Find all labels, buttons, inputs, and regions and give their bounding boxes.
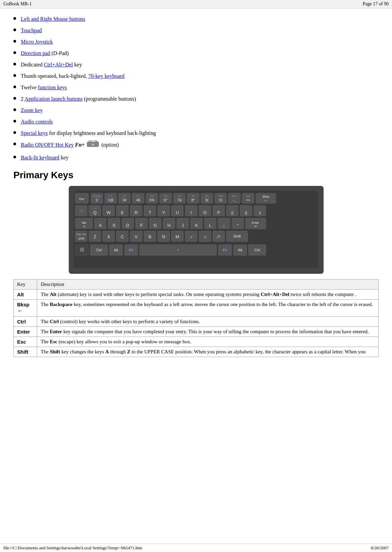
link-zoom-key[interactable]: Zoom key xyxy=(21,107,43,113)
svg-text:++: ++ xyxy=(93,207,96,210)
radio-icon: A xyxy=(87,141,99,150)
keyboard-svg: Esc F1/help 1! F2 2@ F3 3# F4 4$ xyxy=(73,191,318,268)
svg-text:H: H xyxy=(167,223,170,228)
svg-text:B: B xyxy=(148,234,151,239)
bullet-dot xyxy=(13,40,16,43)
svg-text:L: L xyxy=(209,223,211,228)
key-table: Key Description Alt The Alt (alternate) … xyxy=(13,279,379,357)
bullet-dot xyxy=(13,120,16,122)
link-left-right-mouse[interactable]: Left and Right Mouse buttons xyxy=(21,16,85,22)
svg-text:1!: 1! xyxy=(95,198,98,202)
svg-text:0): 0) xyxy=(219,198,222,202)
svg-text:Fn: Fn xyxy=(129,248,133,252)
svg-text:;:: ;: xyxy=(223,223,225,228)
svg-text:6^: 6^ xyxy=(164,198,168,202)
bullet-dot xyxy=(13,51,16,54)
svg-text:N: N xyxy=(162,234,165,239)
link-micro-joystick[interactable]: Micro Joystick xyxy=(21,39,53,45)
list-item-function-keys: Twelve function keys xyxy=(13,84,379,92)
svg-text:Ctrl: Ctrl xyxy=(254,248,260,252)
svg-text:\|: \| xyxy=(259,211,261,215)
svg-text:A: A xyxy=(99,223,102,228)
table-row: Shift The Shift key changes the keys A t… xyxy=(14,347,379,357)
bullet-dot xyxy=(13,97,16,100)
svg-text:C: C xyxy=(121,234,124,239)
svg-text:8*: 8* xyxy=(191,198,195,202)
svg-text:⊞: ⊞ xyxy=(79,247,84,252)
svg-text:F: F xyxy=(140,223,143,228)
key-cell-alt: Alt xyxy=(14,290,37,300)
col-header-key: Key xyxy=(14,280,37,290)
link-function-keys[interactable]: function keys xyxy=(38,85,67,90)
svg-text:,<: ,< xyxy=(189,235,192,239)
main-content: Left and Right Mouse buttons Touchpad Mi… xyxy=(0,8,392,364)
svg-text:J: J xyxy=(181,223,184,228)
link-touchpad[interactable]: Touchpad xyxy=(21,28,42,33)
svg-text:-_: -_ xyxy=(233,198,236,202)
desc-cell-enter: The Enter key signals the computer that … xyxy=(37,327,379,337)
svg-text:'": '" xyxy=(236,223,238,228)
link-direction-pad[interactable]: Direction pad xyxy=(21,50,50,56)
svg-text:F9: F9 xyxy=(205,195,208,197)
svg-text:P: P xyxy=(217,210,220,215)
bullet-dot xyxy=(13,17,16,20)
table-row: Enter The Enter key signals the computer… xyxy=(14,327,379,337)
link-audio-controls[interactable]: Audio controls xyxy=(21,119,53,124)
svg-text:F1/help: F1/help xyxy=(93,195,101,198)
svg-text:.>: .> xyxy=(203,235,206,239)
svg-text:F5: F5 xyxy=(150,195,153,197)
bullet-dot xyxy=(13,131,16,134)
svg-text:W: W xyxy=(106,210,111,215)
svg-text:S: S xyxy=(112,223,115,228)
svg-text:F4: F4 xyxy=(136,195,139,197)
table-row: Esc The Esc (escape) key allows you to e… xyxy=(14,337,379,347)
link-radio-hotkey[interactable]: Radio ON/OFF Hot Key xyxy=(21,142,74,148)
svg-text:`~: `~ xyxy=(79,209,82,213)
svg-text:G: G xyxy=(153,223,157,228)
link-70-key-keyboard[interactable]: 70-key keyboard xyxy=(88,73,124,79)
list-item-70-key-keyboard: Thumb operated, back-lighted, 70-key key… xyxy=(13,72,379,80)
key-cell-shift: Shift xyxy=(14,347,37,357)
footer-bar: file://C:\Documents and Settings\harwood… xyxy=(0,544,392,552)
link-app-launch[interactable]: Application launch buttons xyxy=(24,96,82,102)
svg-text:/?: /? xyxy=(217,235,220,239)
desc-cell-shift: The Shift key changes the keys A through… xyxy=(37,347,379,357)
svg-text:Q: Q xyxy=(93,210,96,215)
svg-text:9(: 9( xyxy=(205,198,209,202)
svg-text:Shift: Shift xyxy=(233,234,240,238)
link-ctrl-alt-del[interactable]: Ctrl+Alt+Del xyxy=(44,62,73,67)
svg-text:I: I xyxy=(190,210,192,215)
svg-text:T: T xyxy=(149,210,151,215)
svg-text:X: X xyxy=(107,234,110,239)
desc-cell-alt: The Alt (alternate) key is used with oth… xyxy=(37,290,379,300)
svg-text:F7: F7 xyxy=(178,195,180,197)
app-title: GoBook MR-1 xyxy=(3,1,32,7)
link-back-lit-keyboard[interactable]: Back-lit keyboard xyxy=(21,155,59,160)
key-cell-enter: Enter xyxy=(14,327,37,337)
svg-text:⇥: ⇥ xyxy=(82,225,85,228)
key-cell-bksp: Bksp ← xyxy=(14,300,37,317)
svg-text:]}: ]} xyxy=(245,211,247,215)
list-item-touchpad: Touchpad xyxy=(13,27,379,35)
svg-text:E: E xyxy=(121,210,124,215)
svg-text:R: R xyxy=(134,210,137,215)
svg-text:←: ← xyxy=(264,198,268,203)
key-cell-ctrl: Ctrl xyxy=(14,317,37,327)
primary-keys-heading: Primary Keys xyxy=(13,170,379,181)
svg-text:7&: 7& xyxy=(177,198,182,202)
svg-text:Shift: Shift xyxy=(78,237,84,240)
key-cell-esc: Esc xyxy=(14,337,37,347)
svg-text:Fn: Fn xyxy=(223,248,227,252)
svg-text:5%: 5% xyxy=(149,198,155,202)
bullet-dot xyxy=(13,156,16,158)
svg-text:Ctrl: Ctrl xyxy=(96,248,102,252)
svg-text:Alt: Alt xyxy=(114,248,118,252)
svg-text:O: O xyxy=(203,210,206,215)
list-item-micro-joystick: Micro Joystick xyxy=(13,38,379,46)
link-special-keys[interactable]: Special keys xyxy=(21,130,48,136)
svg-text:A: A xyxy=(92,143,94,146)
bullet-dot xyxy=(13,143,16,145)
list-item-left-right-mouse: Left and Right Mouse buttons xyxy=(13,15,379,23)
svg-point-136 xyxy=(177,249,179,251)
svg-text:4$: 4$ xyxy=(136,198,140,202)
